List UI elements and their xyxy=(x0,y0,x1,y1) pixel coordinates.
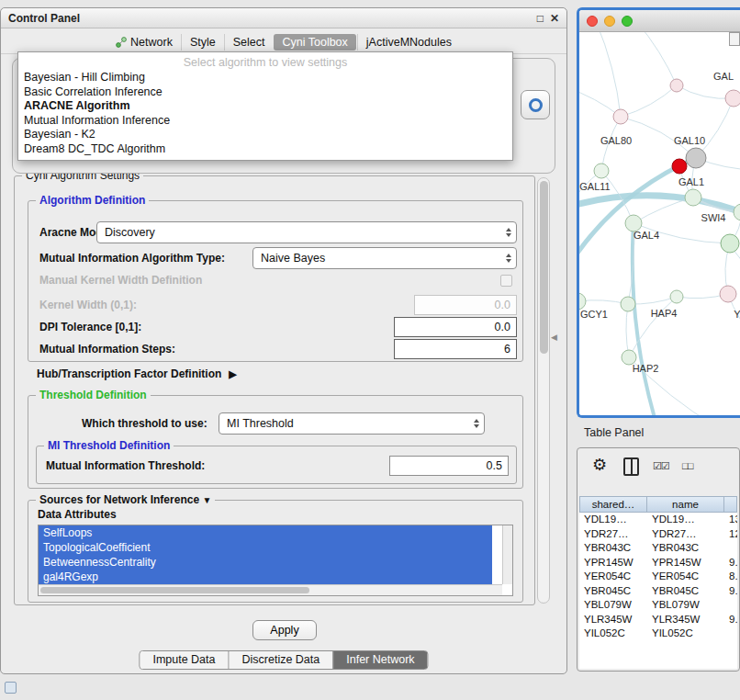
control-panel-titlebar[interactable]: Control Panel □ ✕ xyxy=(1,8,566,28)
table-row[interactable]: YBL079WYBL079W xyxy=(579,598,737,613)
network-canvas[interactable]: GAL80GALGAL10GAL11GAL1SWI4GAL4HAP4YGCY1H… xyxy=(579,32,740,415)
settings-scrollbar[interactable] xyxy=(537,177,550,604)
table-cell[interactable]: YER054C xyxy=(579,570,647,584)
tab-jactivemnodules[interactable]: jActiveMNodules xyxy=(357,34,460,51)
data-attribute-item[interactable]: SelfLoops xyxy=(39,525,492,540)
dpi-tolerance-field[interactable] xyxy=(394,317,517,337)
network-edge[interactable] xyxy=(596,32,621,117)
aracne-mode-select[interactable]: Discovery xyxy=(96,221,517,243)
algorithm-option[interactable]: ARACNE Algorithm xyxy=(18,99,512,114)
table-row[interactable]: YDL19…YDL19…13 xyxy=(579,513,737,527)
table-cell[interactable] xyxy=(724,627,737,641)
network-edge[interactable] xyxy=(696,98,734,158)
network-node[interactable] xyxy=(670,79,683,92)
select-all-icon[interactable]: ☑☑ xyxy=(653,460,669,472)
table-cell[interactable]: YDL19… xyxy=(647,513,724,527)
network-node[interactable] xyxy=(672,159,687,174)
table-cell[interactable]: YER054C xyxy=(647,570,724,584)
table-cell[interactable]: 13 xyxy=(724,513,737,527)
gear-icon[interactable]: ⚙ xyxy=(592,456,607,474)
network-node[interactable] xyxy=(685,189,701,206)
apply-button[interactable]: Apply xyxy=(252,620,317,640)
algorithm-option[interactable]: Mutual Information Inference xyxy=(18,114,512,129)
table-cell[interactable]: YIL052C xyxy=(579,627,647,641)
mi-threshold-field[interactable] xyxy=(389,456,509,476)
sources-group-toggle[interactable]: Sources for Network Inference ▼ xyxy=(36,493,215,506)
zoom-button[interactable] xyxy=(622,16,633,27)
table-cell[interactable]: YLR345W xyxy=(579,613,647,627)
network-edge[interactable] xyxy=(636,32,677,85)
mi-type-select[interactable]: Naive Bayes xyxy=(252,247,517,269)
table-cell[interactable]: YBR043C xyxy=(579,541,647,556)
table-cell[interactable]: YBR045C xyxy=(647,584,724,599)
tab-network[interactable]: Network xyxy=(107,34,181,51)
network-node[interactable] xyxy=(725,90,740,107)
tab-cyni-toolbox[interactable]: Cyni Toolbox xyxy=(274,34,355,51)
table-column-header[interactable] xyxy=(724,496,737,513)
network-node[interactable] xyxy=(721,234,739,253)
tab-select[interactable]: Select xyxy=(224,34,274,51)
table-cell[interactable]: YBL079W xyxy=(647,598,724,613)
table-cell[interactable]: YDL19… xyxy=(579,513,647,527)
network-edge[interactable] xyxy=(633,223,657,415)
table-cell[interactable]: 9. xyxy=(724,556,737,570)
table-cell[interactable]: YBR045C xyxy=(579,584,647,599)
network-window-titlebar[interactable] xyxy=(579,10,740,32)
minimize-button[interactable] xyxy=(604,16,615,27)
hub-section-toggle[interactable]: Hub/Transcription Factor Definition ▶ xyxy=(37,367,237,380)
table-cell[interactable]: YDR27… xyxy=(579,527,647,542)
data-attribute-item[interactable]: BetweennessCentrality xyxy=(39,555,492,570)
table-column-header[interactable]: name xyxy=(647,496,724,513)
table-cell[interactable] xyxy=(724,598,737,613)
network-edge[interactable] xyxy=(626,304,629,357)
network-node[interactable] xyxy=(613,109,628,124)
network-edge[interactable] xyxy=(621,85,677,117)
panel-collapse-arrow-icon[interactable]: ◀ xyxy=(551,333,557,342)
network-node[interactable] xyxy=(720,286,736,302)
table-cell[interactable]: 12 xyxy=(724,527,737,542)
table-cell[interactable]: 9. xyxy=(724,584,737,599)
list-vertical-scrollbar[interactable] xyxy=(502,525,512,584)
table-cell[interactable]: YLR345W xyxy=(647,613,724,627)
data-attribute-item[interactable]: TopologicalCoefficient xyxy=(39,540,492,555)
close-panel-icon[interactable]: ✕ xyxy=(550,13,559,24)
network-node[interactable] xyxy=(621,297,635,311)
algorithm-option[interactable]: Basic Correlation Inference xyxy=(18,85,512,100)
table-row[interactable]: YDR27…YDR27…12 xyxy=(579,527,737,542)
settings-scroll-thumb[interactable] xyxy=(540,181,548,354)
network-scrollbar-corner[interactable] xyxy=(729,32,740,46)
table-cell[interactable]: YDR27… xyxy=(647,527,724,542)
network-node[interactable] xyxy=(670,290,683,303)
mi-steps-field[interactable] xyxy=(394,339,517,359)
table-cell[interactable]: YPR145W xyxy=(647,556,724,570)
network-node[interactable] xyxy=(594,164,609,178)
data-attribute-item[interactable]: gal4RGexp xyxy=(39,570,492,584)
algorithm-settings-button[interactable] xyxy=(521,90,550,119)
table-row[interactable]: YPR145WYPR145W9. xyxy=(579,556,737,570)
close-button[interactable] xyxy=(587,16,598,27)
table-row[interactable]: YER054CYER054C8. xyxy=(579,570,737,584)
table-cell[interactable]: YBL079W xyxy=(579,598,647,613)
algorithm-option[interactable]: Dream8 DC_TDC Algorithm xyxy=(18,142,512,157)
algorithm-option[interactable]: Bayesian - Hill Climbing xyxy=(18,71,512,85)
tab-impute-data[interactable]: Impute Data xyxy=(140,651,228,669)
network-edge[interactable] xyxy=(633,198,693,223)
which-threshold-select[interactable]: MI Threshold xyxy=(219,412,485,435)
table-row[interactable]: YLR345WYLR345W9. xyxy=(579,613,737,627)
columns-icon[interactable] xyxy=(623,457,639,476)
table-row[interactable]: YBR043CYBR043C xyxy=(579,541,737,556)
network-node[interactable] xyxy=(579,293,586,310)
network-node[interactable] xyxy=(686,148,706,168)
table-row[interactable]: YIL052CYIL052C xyxy=(579,627,737,641)
tab-discretize-data[interactable]: Discretize Data xyxy=(229,651,333,669)
table-cell[interactable]: YPR145W xyxy=(579,556,647,570)
table-column-header[interactable]: shared… xyxy=(579,496,647,513)
minimized-panel-icon[interactable] xyxy=(5,682,17,694)
table-cell[interactable]: 8. xyxy=(724,570,737,584)
horizontal-scroll-thumb[interactable] xyxy=(40,587,309,593)
table-cell[interactable]: YIL052C xyxy=(647,627,724,641)
table-cell[interactable] xyxy=(724,541,737,556)
table-cell[interactable]: 9. xyxy=(724,613,737,627)
float-window-icon[interactable]: □ xyxy=(537,13,544,24)
table-row[interactable]: YBR045CYBR045C9. xyxy=(579,584,737,599)
